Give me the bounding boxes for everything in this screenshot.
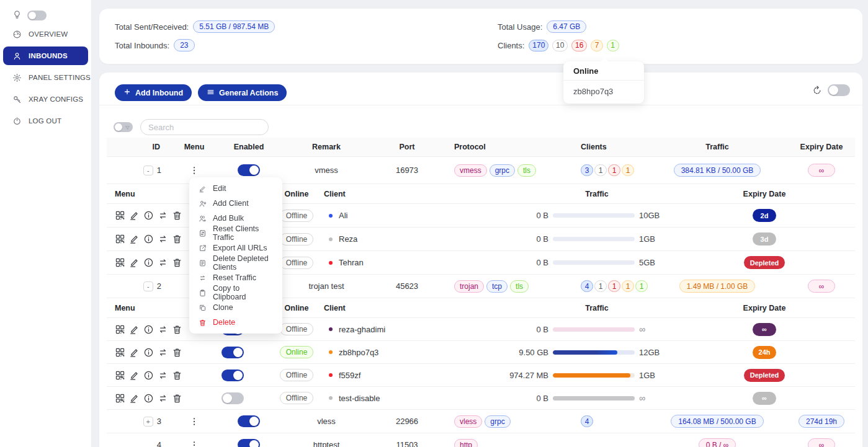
client-count-badge[interactable]: 1 <box>607 40 619 51</box>
client-info-button[interactable] <box>143 234 154 244</box>
inbound-context-menu: EditAdd ClientAdd BulkReset Clients Traf… <box>189 177 282 334</box>
client-trash-button[interactable] <box>172 393 182 404</box>
client-count-badge[interactable]: 4 <box>581 280 593 292</box>
client-row: Offlinef559zf974.27 MB1GBDepleted <box>107 363 855 386</box>
client-trash-button[interactable] <box>172 234 182 244</box>
client-traffic: 9.50 GB12GB <box>467 348 727 357</box>
client-count-badge[interactable]: 1 <box>635 280 648 292</box>
menu-item-add-client[interactable]: Add Client <box>189 196 282 211</box>
client-count-badge[interactable]: 1 <box>608 280 620 292</box>
client-qrcode-button[interactable] <box>115 324 125 335</box>
sidebar-item-panel-settings[interactable]: PANEL SETTINGS <box>0 68 91 87</box>
menu-item-delete-depleted-clients[interactable]: Delete Depleted Clients <box>189 255 282 270</box>
client-count-badge[interactable]: 1 <box>622 164 634 176</box>
sidebar-item-xray-configs[interactable]: XRAY CONFIGS <box>0 90 91 108</box>
client-swap-button[interactable] <box>158 210 168 221</box>
client-name: f559zf <box>339 371 360 380</box>
dark-mode-toggle[interactable] <box>27 11 47 20</box>
menu-item-export-all-urls[interactable]: Export All URLs <box>189 241 282 255</box>
client-qrcode-button[interactable] <box>115 210 125 221</box>
client-qrcode-button[interactable] <box>115 257 125 268</box>
sidebar-item-inbounds[interactable]: INBOUNDS <box>3 46 88 65</box>
client-trash-button[interactable] <box>172 370 182 381</box>
client-count-badge[interactable]: 1 <box>622 280 634 292</box>
client-pencil-button[interactable] <box>129 347 140 358</box>
sidebar-item-overview[interactable]: OVERVIEW <box>0 25 91 43</box>
client-color-dot <box>329 350 333 354</box>
expand-toggle-button[interactable]: + <box>143 417 153 427</box>
client-trash-button[interactable] <box>172 210 182 221</box>
client-swap-button[interactable] <box>158 370 168 381</box>
filter-toggle[interactable] <box>114 122 133 132</box>
client-qrcode-button[interactable] <box>115 393 125 404</box>
sidebar-item-log-out[interactable]: LOG OUT <box>0 112 91 130</box>
client-count-badge[interactable]: 16 <box>571 40 587 51</box>
client-swap-button[interactable] <box>158 347 168 358</box>
client-count-badge[interactable]: 1 <box>594 280 607 292</box>
client-pencil-button[interactable] <box>129 257 140 268</box>
menu-item-reset-clients-traffic[interactable]: Reset Clients Traffic <box>189 226 282 241</box>
enabled-toggle[interactable] <box>238 439 260 447</box>
client-count-badge[interactable]: 10 <box>552 40 568 51</box>
client-trash-button[interactable] <box>172 257 182 268</box>
client-trash-button[interactable] <box>172 347 182 358</box>
enabled-toggle[interactable] <box>221 392 244 404</box>
client-count-badge[interactable]: 1 <box>594 164 607 176</box>
client-count-badge[interactable]: 7 <box>591 40 603 51</box>
client-qrcode-button[interactable] <box>115 234 125 244</box>
menu-item-edit[interactable]: Edit <box>189 181 282 196</box>
inbound-protocols: vlessgrpc <box>444 415 581 428</box>
client-pencil-button[interactable] <box>129 210 140 221</box>
inbound-menu-button[interactable] <box>189 417 199 427</box>
client-info-button[interactable] <box>143 393 154 404</box>
menu-item-clone[interactable]: Clone <box>189 300 282 315</box>
enabled-toggle[interactable] <box>238 164 260 176</box>
traffic-progress-bar <box>553 237 635 241</box>
add-inbound-button[interactable]: Add Inbound <box>115 84 192 101</box>
enabled-toggle[interactable] <box>221 347 244 358</box>
client-swap-button[interactable] <box>158 257 168 268</box>
refresh-icon[interactable] <box>812 86 822 95</box>
client-color-dot <box>329 396 333 400</box>
client-pencil-button[interactable] <box>129 324 140 335</box>
client-count-badge[interactable]: 1 <box>608 164 620 176</box>
menu-item-copy-to-clipboard[interactable]: Copy to Clipboard <box>189 285 282 300</box>
client-pencil-button[interactable] <box>129 370 140 381</box>
client-info-button[interactable] <box>143 370 154 381</box>
client-count-badge[interactable]: 170 <box>529 40 548 51</box>
client-info-button[interactable] <box>143 324 154 335</box>
pencil-icon <box>129 347 140 358</box>
inbound-port: 45623 <box>370 281 444 291</box>
expand-toggle-button[interactable]: - <box>143 166 153 175</box>
client-trash-button[interactable] <box>172 324 182 335</box>
total-sent-received-value: 5.51 GB / 987.54 MB <box>193 20 275 33</box>
menu-item-add-bulk[interactable]: Add Bulk <box>189 211 282 226</box>
client-actions <box>107 393 192 404</box>
client-info-button[interactable] <box>143 257 154 268</box>
client-info-button[interactable] <box>143 347 154 358</box>
search-input[interactable] <box>140 119 269 135</box>
expand-toggle-button[interactable]: - <box>143 281 153 291</box>
client-count-badge[interactable]: 3 <box>581 164 593 176</box>
inbound-row: 4httptest11503http0 B / ∞∞ <box>107 433 855 447</box>
inbound-menu-button[interactable] <box>189 440 199 447</box>
protocol-tag: grpc <box>485 415 510 428</box>
client-info-button[interactable] <box>143 210 154 221</box>
client-swap-button[interactable] <box>158 324 168 335</box>
menu-item-delete[interactable]: Delete <box>189 315 282 330</box>
client-swap-button[interactable] <box>158 393 168 404</box>
inbound-menu-button[interactable] <box>189 166 199 175</box>
auto-refresh-toggle[interactable] <box>828 84 850 96</box>
client-pencil-button[interactable] <box>129 393 140 404</box>
client-qrcode-button[interactable] <box>115 347 125 358</box>
enabled-toggle[interactable] <box>238 415 260 427</box>
stats-card: Total Sent/Received: 5.51 GB / 987.54 MB… <box>99 9 862 64</box>
enabled-toggle[interactable] <box>221 370 244 381</box>
client-swap-button[interactable] <box>158 234 168 244</box>
user-plus-icon <box>199 200 207 208</box>
menu-item-reset-traffic[interactable]: Reset Traffic <box>189 270 282 285</box>
client-pencil-button[interactable] <box>129 234 140 244</box>
client-qrcode-button[interactable] <box>115 370 125 381</box>
client-count-badge[interactable]: 4 <box>581 415 593 427</box>
general-actions-button[interactable]: General Actions <box>198 84 287 101</box>
